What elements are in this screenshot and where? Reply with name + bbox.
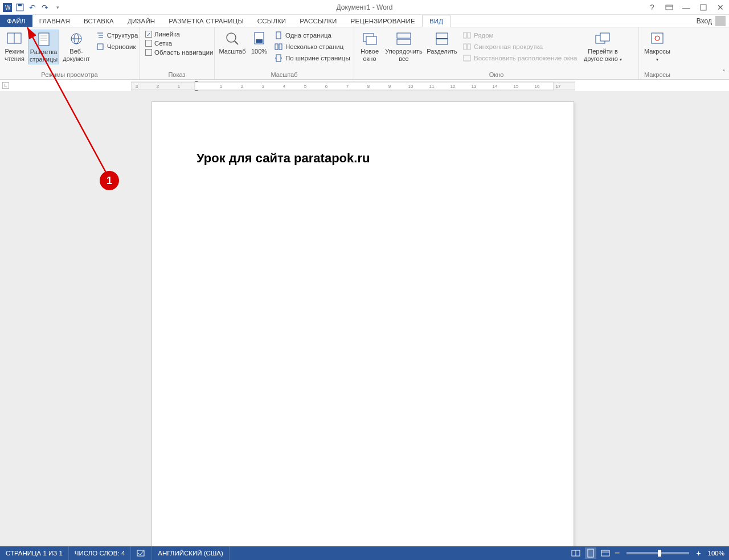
svg-rect-35 <box>468 32 470 38</box>
web-layout-view-icon[interactable] <box>600 547 611 559</box>
horizontal-ruler[interactable]: 321 1234 5678 9101112 13141516 17 <box>131 81 575 91</box>
svg-rect-24 <box>276 32 281 39</box>
one-page-button[interactable]: Одна страница <box>274 31 350 40</box>
document-text[interactable]: Урок для сайта paratapok.ru <box>196 151 370 166</box>
page-width-label: По ширине страницы <box>285 55 350 62</box>
page-width-button[interactable]: По ширине страницы <box>274 54 350 63</box>
tab-home[interactable]: ГЛАВНАЯ <box>32 15 77 27</box>
svg-text:1: 1 <box>178 84 181 89</box>
zoom-100-button[interactable]: 100% <box>249 30 269 56</box>
side-by-side-icon <box>462 31 472 40</box>
maximize-icon[interactable] <box>697 1 710 14</box>
print-layout-icon <box>35 31 53 47</box>
avatar-icon[interactable] <box>715 16 726 26</box>
svg-text:11: 11 <box>429 84 435 89</box>
help-icon[interactable]: ? <box>646 1 658 14</box>
svg-rect-26 <box>279 44 282 50</box>
read-mode-button[interactable]: Режим чтения <box>3 30 26 63</box>
outline-label: Структура <box>107 32 138 39</box>
ruler-checkbox[interactable]: ✓Линейка <box>145 31 213 38</box>
split-icon <box>433 31 451 47</box>
navpane-checkbox[interactable]: Область навигации <box>145 49 213 56</box>
svg-text:W: W <box>5 5 11 11</box>
window-controls: ? — ✕ <box>646 1 727 14</box>
print-layout-button[interactable]: Разметка страницы <box>28 30 59 64</box>
draft-icon <box>96 42 105 51</box>
tab-mailings[interactable]: РАССЫЛКИ <box>293 15 343 27</box>
status-right: − + 100% <box>570 547 729 559</box>
switch-windows-icon <box>593 31 612 47</box>
redo-icon[interactable]: ↷ <box>40 2 50 13</box>
tab-review[interactable]: РЕЦЕНЗИРОВАНИЕ <box>344 15 422 27</box>
svg-text:4: 4 <box>283 84 286 89</box>
multi-page-button[interactable]: Несколько страниц <box>274 42 350 51</box>
draft-label: Черновик <box>107 43 136 50</box>
gridlines-checkbox[interactable]: Сетка <box>145 40 213 47</box>
group-window: Новое окно Упорядочить все Разделить Ряд… <box>354 27 639 79</box>
zoom-button[interactable]: Масштаб <box>218 30 247 56</box>
document-page[interactable]: Урок для сайта paratapok.ru <box>151 101 574 546</box>
side-by-side-button[interactable]: Рядом <box>462 31 577 40</box>
titlebar: W ↶ ↷ ▾ Документ1 - Word ? — ✕ <box>0 0 729 15</box>
status-page[interactable]: СТРАНИЦА 1 ИЗ 1 <box>0 546 69 560</box>
new-window-button[interactable]: Новое окно <box>358 30 382 63</box>
sync-scroll-button[interactable]: Синхронная прокрутка <box>462 42 577 51</box>
split-button[interactable]: Разделить <box>426 30 458 56</box>
read-mode-view-icon[interactable] <box>570 547 581 559</box>
svg-text:3: 3 <box>136 84 138 89</box>
zoom-out-button[interactable]: − <box>615 548 620 558</box>
ribbon-options-icon[interactable] <box>663 1 675 14</box>
outline-button[interactable]: Структура <box>96 31 138 40</box>
svg-line-21 <box>235 41 238 44</box>
tab-view[interactable]: ВИД <box>422 15 450 27</box>
draft-button[interactable]: Черновик <box>96 42 138 51</box>
svg-rect-6 <box>701 5 706 10</box>
svg-text:2: 2 <box>241 84 244 89</box>
minimize-icon[interactable]: — <box>680 1 693 14</box>
svg-text:3: 3 <box>262 84 265 89</box>
ruler-corner[interactable]: L <box>2 82 9 89</box>
print-layout-view-icon[interactable] <box>585 547 596 559</box>
qat-dropdown-icon[interactable]: ▾ <box>52 2 63 13</box>
tab-insert[interactable]: ВСТАВКА <box>77 15 121 27</box>
group-show-label: Показ <box>143 70 211 78</box>
svg-rect-94 <box>601 550 609 556</box>
new-window-label: Новое окно <box>359 48 380 62</box>
save-icon[interactable] <box>15 2 25 13</box>
ribbon: Режим чтения Разметка страницы Веб-докум… <box>0 27 729 80</box>
document-area[interactable]: Урок для сайта paratapok.ru <box>0 91 729 546</box>
read-mode-label: Режим чтения <box>5 48 24 62</box>
svg-rect-9 <box>39 33 49 46</box>
undo-icon[interactable]: ↶ <box>27 2 38 13</box>
group-macros: Макросы ▾ Макросы <box>639 27 675 79</box>
svg-rect-38 <box>464 55 470 61</box>
svg-rect-4 <box>666 5 673 10</box>
arrange-all-button[interactable]: Упорядочить все <box>384 30 424 63</box>
split-label: Разделить <box>427 48 457 55</box>
status-word-count[interactable]: ЧИСЛО СЛОВ: 4 <box>69 546 131 560</box>
status-language[interactable]: АНГЛИЙСКИЙ (США) <box>152 546 230 560</box>
web-layout-button[interactable]: Веб-документ <box>62 30 91 63</box>
group-views-label: Режимы просмотра <box>3 70 136 78</box>
status-proofing[interactable] <box>131 546 152 560</box>
collapse-ribbon-icon[interactable]: ˄ <box>722 69 726 77</box>
svg-text:15: 15 <box>514 84 519 89</box>
macros-button[interactable]: Макросы ▾ <box>642 30 672 63</box>
zoom-in-button[interactable]: + <box>696 549 701 558</box>
login-link[interactable]: Вход <box>697 17 712 25</box>
reset-window-button[interactable]: Восстановить расположение окна <box>462 54 577 63</box>
tab-file[interactable]: ФАЙЛ <box>0 15 32 27</box>
svg-text:12: 12 <box>450 84 456 89</box>
page-width-icon <box>274 54 283 63</box>
zoom-slider[interactable] <box>626 552 689 554</box>
zoom-level[interactable]: 100% <box>708 550 724 557</box>
tab-layout[interactable]: РАЗМЕТКА СТРАНИЦЫ <box>162 15 250 27</box>
svg-rect-34 <box>464 32 466 38</box>
outline-icon <box>96 31 105 40</box>
close-icon[interactable]: ✕ <box>714 1 727 14</box>
switch-windows-button[interactable]: Перейти в другое окно ▾ <box>581 30 624 63</box>
svg-rect-29 <box>366 36 376 44</box>
tab-design[interactable]: ДИЗАЙН <box>121 15 162 27</box>
svg-rect-27 <box>276 55 281 62</box>
tab-references[interactable]: ССЫЛКИ <box>251 15 293 27</box>
